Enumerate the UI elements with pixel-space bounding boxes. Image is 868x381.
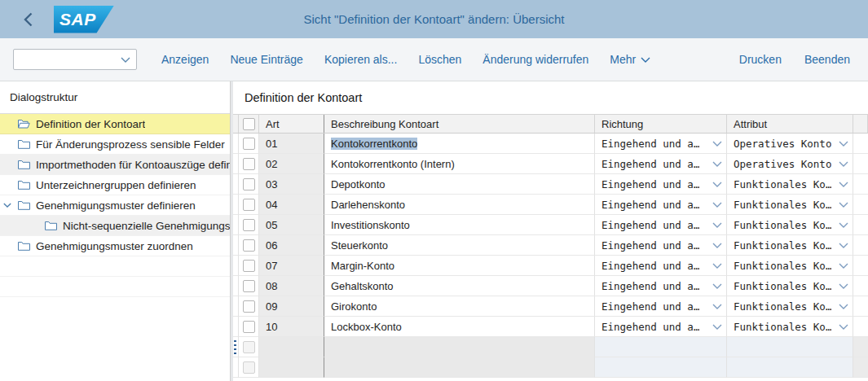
cell-beschreibung[interactable]: Kontokorrentkonto (Intern) (324, 154, 595, 174)
cell-richtung-dropdown[interactable]: Eingehend und a… (595, 276, 727, 296)
folder-open-icon (18, 119, 30, 129)
sidebar-item[interactable]: Für Änderungsprozess sensible Felder (0, 134, 230, 155)
chevron-down-icon (712, 283, 722, 289)
cell-richtung-dropdown[interactable]: Eingehend und a… (595, 154, 727, 174)
cell-beschreibung[interactable] (324, 357, 595, 378)
command-combobox[interactable] (13, 49, 137, 70)
cell-richtung-dropdown[interactable] (595, 337, 727, 357)
cell-beschreibung[interactable]: Investitionskonto (324, 215, 595, 235)
cell-attribut-dropdown[interactable]: Funktionales Ko… (727, 276, 853, 296)
row-marker[interactable] (233, 134, 239, 154)
row-checkbox[interactable] (243, 341, 255, 353)
cell-richtung-dropdown[interactable]: Eingehend und a… (595, 134, 727, 154)
row-marker[interactable] (233, 154, 239, 174)
dialog-structure-panel: Dialogstruktur Definition der KontoartFü… (0, 81, 231, 381)
cell-stub (853, 276, 868, 296)
cell-beschreibung[interactable] (324, 337, 595, 357)
cell-richtung-dropdown[interactable]: Eingehend und a… (595, 174, 727, 195)
row-marker[interactable] (233, 256, 239, 276)
row-checkbox-cell (239, 296, 259, 317)
loeschen-button[interactable]: Löschen (418, 53, 461, 66)
cell-attribut-dropdown[interactable]: Funktionales Ko… (727, 317, 853, 337)
column-header-beschreibung[interactable]: Beschreibung Kontoart (324, 115, 595, 133)
cell-richtung-dropdown[interactable]: Eingehend und a… (595, 296, 727, 317)
cell-richtung-dropdown[interactable]: Eingehend und a… (595, 235, 727, 256)
row-checkbox-cell (239, 256, 259, 276)
row-checkbox[interactable] (243, 219, 255, 231)
chevron-down-icon (839, 324, 848, 330)
kopieren-als-button[interactable]: Kopieren als... (324, 53, 398, 66)
chevron-down-icon[interactable] (3, 203, 15, 208)
row-checkbox[interactable] (243, 199, 255, 211)
beenden-button[interactable]: Beenden (804, 53, 850, 66)
cell-beschreibung[interactable]: Gehaltskonto (324, 276, 595, 296)
cell-richtung-dropdown[interactable]: Eingehend und a… (595, 256, 727, 276)
cell-beschreibung[interactable]: Girokonto (324, 296, 595, 317)
sidebar-item[interactable]: Unterzeichnergruppen definieren (0, 175, 230, 195)
cell-richtung-dropdown[interactable]: Eingehend und a… (595, 317, 727, 337)
cell-beschreibung[interactable]: Lockbox-Konto (324, 317, 595, 337)
sidebar-item[interactable]: Genehmigungsmuster definieren (0, 195, 230, 216)
cell-beschreibung[interactable]: Depotkonto (324, 174, 595, 195)
cell-attribut-dropdown[interactable]: Funktionales Ko… (727, 215, 853, 235)
cell-attribut-dropdown[interactable] (727, 337, 853, 357)
cell-beschreibung[interactable]: Steuerkonto (324, 235, 595, 256)
row-marker[interactable] (233, 357, 239, 378)
row-checkbox[interactable] (243, 260, 255, 272)
header-stub-cell (853, 115, 868, 133)
row-marker[interactable] (233, 296, 239, 317)
row-checkbox-cell (239, 154, 259, 174)
sidebar-item[interactable]: Nicht-sequenzielle Genehmigungsmuster (0, 216, 230, 236)
row-checkbox[interactable] (243, 361, 255, 374)
folder-icon (45, 221, 57, 230)
row-checkbox[interactable] (243, 158, 255, 170)
select-all-checkbox[interactable] (243, 118, 255, 130)
cell-richtung-dropdown[interactable]: Eingehend und a… (595, 215, 727, 235)
neue-eintraege-button[interactable]: Neue Einträge (230, 53, 303, 66)
back-icon[interactable] (20, 10, 36, 29)
cell-art: 09 (259, 296, 324, 317)
cell-attribut-dropdown[interactable]: Funktionales Ko… (727, 235, 853, 256)
drucken-button[interactable]: Drucken (739, 53, 782, 66)
mehr-menu-button[interactable]: Mehr (610, 53, 650, 66)
row-marker[interactable] (233, 276, 239, 296)
row-checkbox-cell (239, 276, 259, 296)
row-marker[interactable] (233, 215, 239, 235)
column-header-richtung[interactable]: Richtung (595, 115, 727, 133)
aenderung-widerrufen-button[interactable]: Änderung widerrufen (482, 53, 588, 66)
row-marker[interactable] (233, 317, 239, 337)
row-checkbox[interactable] (243, 321, 255, 333)
row-marker[interactable] (233, 195, 239, 215)
mehr-menu-label: Mehr (610, 53, 636, 66)
row-marker[interactable] (233, 235, 239, 256)
row-checkbox[interactable] (243, 178, 255, 190)
cell-attribut-dropdown[interactable] (727, 357, 853, 378)
row-checkbox[interactable] (243, 138, 255, 150)
cell-attribut-dropdown[interactable]: Operatives Konto (727, 154, 853, 174)
row-checkbox[interactable] (243, 280, 255, 292)
row-checkbox[interactable] (243, 300, 255, 313)
row-marker[interactable] (233, 174, 239, 195)
cell-attribut-dropdown[interactable]: Funktionales Ko… (727, 195, 853, 215)
anzeigen-button[interactable]: Anzeigen (161, 53, 209, 66)
cell-stub (853, 215, 868, 235)
row-checkbox[interactable] (243, 239, 255, 252)
cell-stub (853, 174, 868, 195)
cell-beschreibung[interactable]: Kontokorrentkonto (324, 134, 595, 154)
sidebar-item[interactable]: Genehmigungsmuster zuordnen (0, 236, 230, 256)
cell-attribut-dropdown[interactable]: Funktionales Ko… (727, 174, 853, 195)
cell-beschreibung[interactable]: Margin-Konto (324, 256, 595, 276)
cell-attribut-dropdown[interactable]: Funktionales Ko… (727, 296, 853, 317)
column-header-art[interactable]: Art (259, 115, 324, 133)
main-panel: Definition der Kontoart Art Beschreibung… (233, 81, 868, 381)
cell-attribut-dropdown[interactable]: Funktionales Ko… (727, 256, 853, 276)
sidebar-item[interactable]: Importmethoden für Kontoauszüge definier… (0, 155, 230, 175)
cell-attribut-dropdown[interactable]: Operatives Konto (727, 134, 853, 154)
cell-beschreibung[interactable]: Darlehenskonto (324, 195, 595, 215)
column-header-attribut[interactable]: Attribut (727, 115, 853, 133)
table-row: 07Margin-KontoEingehend und a…Funktional… (233, 256, 868, 276)
row-marker[interactable] (233, 337, 239, 357)
sidebar-item[interactable]: Definition der Kontoart (0, 114, 230, 134)
cell-richtung-dropdown[interactable] (595, 357, 727, 378)
cell-richtung-dropdown[interactable]: Eingehend und a… (595, 195, 727, 215)
